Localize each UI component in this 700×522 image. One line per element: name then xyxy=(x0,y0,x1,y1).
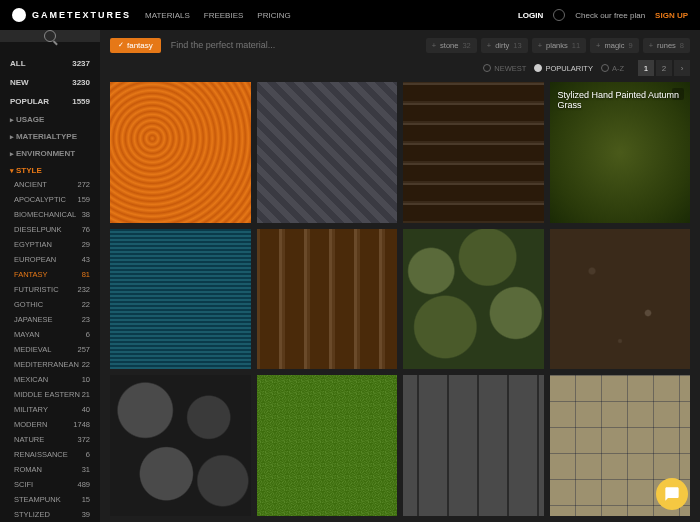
texture-tile[interactable] xyxy=(257,375,398,516)
cat-new[interactable]: NEW3230 xyxy=(0,75,100,90)
sort-az[interactable]: A-Z xyxy=(601,64,624,73)
sort-popularity[interactable]: POPULARITY xyxy=(534,64,593,73)
style-scifi[interactable]: SCIFI489 xyxy=(0,477,100,492)
topbar-right: LOGIN Check our free plan SIGN UP xyxy=(518,9,688,21)
style-military[interactable]: MILITARY40 xyxy=(0,402,100,417)
chip-magic[interactable]: magic9 xyxy=(590,38,639,53)
style-dieselpunk[interactable]: DIESELPUNK76 xyxy=(0,222,100,237)
nav-links: MATERIALS FREEBIES PRICING xyxy=(145,11,291,20)
filter-bar: fantasy stone32dirty13planks11magic9rune… xyxy=(110,36,690,54)
signup-link[interactable]: SIGN UP xyxy=(655,11,688,20)
content-area: fantasy stone32dirty13planks11magic9rune… xyxy=(100,30,700,522)
texture-tile[interactable] xyxy=(403,82,544,223)
pagination: 1 2 › xyxy=(638,60,690,76)
logo[interactable]: GAMETEXTURES xyxy=(12,8,131,22)
style-roman[interactable]: ROMAN31 xyxy=(0,462,100,477)
style-futuristic[interactable]: FUTURISTIC232 xyxy=(0,282,100,297)
style-stylized[interactable]: STYLIZED39 xyxy=(0,507,100,522)
active-tag[interactable]: fantasy xyxy=(110,38,161,53)
style-biomechanical[interactable]: BIOMECHANICAL38 xyxy=(0,207,100,222)
chip-runes[interactable]: runes8 xyxy=(643,38,690,53)
style-fantasy[interactable]: FANTASY81 xyxy=(0,267,100,282)
page-next[interactable]: › xyxy=(674,60,690,76)
style-ancient[interactable]: ANCIENT272 xyxy=(0,177,100,192)
style-renaissance[interactable]: RENAISSANCE6 xyxy=(0,447,100,462)
chat-widget[interactable] xyxy=(656,478,688,510)
texture-tile[interactable] xyxy=(110,375,251,516)
texture-tile-hover[interactable]: Stylized Hand Painted Autumn Grass xyxy=(550,82,691,223)
texture-tile[interactable] xyxy=(403,375,544,516)
style-middle-eastern[interactable]: MIDDLE EASTERN21 xyxy=(0,387,100,402)
style-steampunk[interactable]: STEAMPUNK15 xyxy=(0,492,100,507)
style-gothic[interactable]: GOTHIC22 xyxy=(0,297,100,312)
style-european[interactable]: EUROPEAN43 xyxy=(0,252,100,267)
page-2[interactable]: 2 xyxy=(656,60,672,76)
top-nav: GAMETEXTURES MATERIALS FREEBIES PRICING … xyxy=(0,0,700,30)
texture-tile[interactable] xyxy=(257,229,398,370)
brand-text: GAMETEXTURES xyxy=(32,10,131,20)
texture-tile[interactable] xyxy=(550,229,691,370)
texture-grid: Stylized Hand Painted Autumn Grass xyxy=(110,82,690,516)
texture-title: Stylized Hand Painted Autumn Grass xyxy=(558,90,683,110)
sidebar: ALL3237 NEW3230 POPULAR1559 USAGE MATERI… xyxy=(0,30,100,522)
suggestion-chips: stone32dirty13planks11magic9runes8 xyxy=(426,38,690,53)
user-icon[interactable] xyxy=(553,9,565,21)
sort-bar: NEWEST POPULARITY A-Z 1 2 › xyxy=(110,60,690,76)
chat-icon xyxy=(664,486,680,502)
style-mediterranean[interactable]: MEDITERRANEAN22 xyxy=(0,357,100,372)
style-apocalyptic[interactable]: APOCALYPTIC159 xyxy=(0,192,100,207)
main-layout: ALL3237 NEW3230 POPULAR1559 USAGE MATERI… xyxy=(0,30,700,522)
search-icon xyxy=(44,30,56,42)
chip-planks[interactable]: planks11 xyxy=(532,38,586,53)
style-modern[interactable]: MODERN1748 xyxy=(0,417,100,432)
style-mayan[interactable]: MAYAN6 xyxy=(0,327,100,342)
sidebar-search[interactable] xyxy=(0,30,100,42)
search-input[interactable] xyxy=(167,36,420,54)
sect-style[interactable]: STYLE xyxy=(0,160,100,177)
style-medieval[interactable]: MEDIEVAL257 xyxy=(0,342,100,357)
sect-environment[interactable]: ENVIRONMENT xyxy=(0,143,100,160)
cat-all[interactable]: ALL3237 xyxy=(0,56,100,71)
nav-pricing[interactable]: PRICING xyxy=(257,11,290,20)
style-mexican[interactable]: MEXICAN10 xyxy=(0,372,100,387)
login-link[interactable]: LOGIN xyxy=(518,11,543,20)
chip-dirty[interactable]: dirty13 xyxy=(481,38,528,53)
style-japanese[interactable]: JAPANESE23 xyxy=(0,312,100,327)
texture-tile[interactable] xyxy=(403,229,544,370)
sort-newest[interactable]: NEWEST xyxy=(483,64,526,73)
texture-tile[interactable] xyxy=(257,82,398,223)
style-nature[interactable]: NATURE372 xyxy=(0,432,100,447)
texture-tile[interactable] xyxy=(110,229,251,370)
cat-popular[interactable]: POPULAR1559 xyxy=(0,94,100,109)
nav-materials[interactable]: MATERIALS xyxy=(145,11,190,20)
page-1[interactable]: 1 xyxy=(638,60,654,76)
sect-usage[interactable]: USAGE xyxy=(0,109,100,126)
style-egyptian[interactable]: EGYPTIAN29 xyxy=(0,237,100,252)
logo-icon xyxy=(12,8,26,22)
nav-freebies[interactable]: FREEBIES xyxy=(204,11,244,20)
sect-materialtype[interactable]: MATERIALTYPE xyxy=(0,126,100,143)
texture-tile[interactable] xyxy=(110,82,251,223)
chip-stone[interactable]: stone32 xyxy=(426,38,477,53)
free-plan-link[interactable]: Check our free plan xyxy=(575,11,645,20)
